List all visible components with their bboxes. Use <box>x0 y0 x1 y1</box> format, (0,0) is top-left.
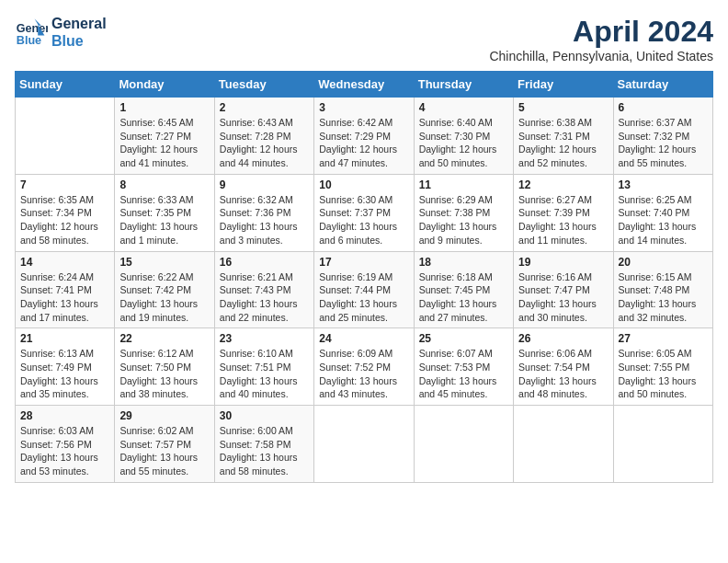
day-info: Sunrise: 6:19 AMSunset: 7:44 PMDaylight:… <box>319 270 408 325</box>
calendar-week-row: 21Sunrise: 6:13 AMSunset: 7:49 PMDayligh… <box>16 328 713 406</box>
title-block: April 2024 Chinchilla, Pennsylvania, Uni… <box>489 15 713 63</box>
calendar-cell: 18Sunrise: 6:18 AMSunset: 7:45 PMDayligh… <box>414 251 513 328</box>
day-number: 18 <box>419 256 508 269</box>
day-number: 16 <box>220 256 309 269</box>
page-header: General Blue General Blue April 2024 Chi… <box>15 15 713 63</box>
weekday-header-saturday: Saturday <box>613 72 712 98</box>
weekday-header-wednesday: Wednesday <box>314 72 414 98</box>
weekday-header-friday: Friday <box>514 72 613 98</box>
calendar-cell: 1Sunrise: 6:45 AMSunset: 7:27 PMDaylight… <box>115 98 214 175</box>
day-info: Sunrise: 6:15 AMSunset: 7:48 PMDaylight:… <box>619 270 708 325</box>
day-number: 20 <box>619 256 708 269</box>
day-info: Sunrise: 6:06 AMSunset: 7:54 PMDaylight:… <box>518 347 608 401</box>
day-number: 15 <box>119 256 209 269</box>
calendar-cell: 25Sunrise: 6:07 AMSunset: 7:53 PMDayligh… <box>414 328 513 406</box>
calendar-cell: 3Sunrise: 6:42 AMSunset: 7:29 PMDaylight… <box>314 98 414 175</box>
calendar-cell <box>314 406 414 483</box>
day-info: Sunrise: 6:16 AMSunset: 7:47 PMDaylight:… <box>518 270 608 325</box>
day-info: Sunrise: 6:10 AMSunset: 7:51 PMDaylight:… <box>220 347 309 401</box>
calendar-cell: 16Sunrise: 6:21 AMSunset: 7:43 PMDayligh… <box>214 251 313 328</box>
day-info: Sunrise: 6:13 AMSunset: 7:49 PMDaylight:… <box>20 347 109 401</box>
day-number: 3 <box>319 101 408 114</box>
calendar-cell <box>613 406 712 483</box>
calendar-cell: 14Sunrise: 6:24 AMSunset: 7:41 PMDayligh… <box>16 251 115 328</box>
day-info: Sunrise: 6:27 AMSunset: 7:39 PMDaylight:… <box>518 193 608 247</box>
day-info: Sunrise: 6:25 AMSunset: 7:40 PMDaylight:… <box>619 193 708 247</box>
day-info: Sunrise: 6:29 AMSunset: 7:38 PMDaylight:… <box>419 193 508 247</box>
day-number: 4 <box>419 101 508 114</box>
calendar-cell: 17Sunrise: 6:19 AMSunset: 7:44 PMDayligh… <box>314 251 414 328</box>
day-info: Sunrise: 6:22 AMSunset: 7:42 PMDaylight:… <box>119 270 209 325</box>
logo-icon: General Blue <box>15 16 48 49</box>
day-info: Sunrise: 6:38 AMSunset: 7:31 PMDaylight:… <box>518 116 608 170</box>
calendar-cell <box>414 406 513 483</box>
calendar-table: SundayMondayTuesdayWednesdayThursdayFrid… <box>15 71 713 483</box>
calendar-title: April 2024 <box>489 15 713 49</box>
day-info: Sunrise: 6:21 AMSunset: 7:43 PMDaylight:… <box>220 270 309 325</box>
day-number: 14 <box>20 256 109 269</box>
day-info: Sunrise: 6:30 AMSunset: 7:37 PMDaylight:… <box>319 193 408 247</box>
calendar-week-row: 1Sunrise: 6:45 AMSunset: 7:27 PMDaylight… <box>16 98 713 175</box>
weekday-header-row: SundayMondayTuesdayWednesdayThursdayFrid… <box>16 72 713 98</box>
day-info: Sunrise: 6:37 AMSunset: 7:32 PMDaylight:… <box>619 116 708 170</box>
day-number: 23 <box>220 332 309 345</box>
calendar-cell: 30Sunrise: 6:00 AMSunset: 7:58 PMDayligh… <box>214 406 313 483</box>
day-number: 9 <box>220 178 309 191</box>
calendar-cell <box>16 98 115 175</box>
logo-general: General <box>51 15 107 32</box>
day-info: Sunrise: 6:07 AMSunset: 7:53 PMDaylight:… <box>419 347 508 401</box>
day-number: 17 <box>319 256 408 269</box>
day-number: 21 <box>20 332 109 345</box>
day-number: 29 <box>119 409 209 422</box>
day-number: 30 <box>220 409 309 422</box>
calendar-cell: 22Sunrise: 6:12 AMSunset: 7:50 PMDayligh… <box>115 328 214 406</box>
day-number: 26 <box>518 332 608 345</box>
day-number: 11 <box>419 178 508 191</box>
calendar-cell: 6Sunrise: 6:37 AMSunset: 7:32 PMDaylight… <box>613 98 712 175</box>
day-info: Sunrise: 6:42 AMSunset: 7:29 PMDaylight:… <box>319 116 408 170</box>
calendar-cell: 27Sunrise: 6:05 AMSunset: 7:55 PMDayligh… <box>613 328 712 406</box>
day-info: Sunrise: 6:09 AMSunset: 7:52 PMDaylight:… <box>319 347 408 401</box>
day-number: 24 <box>319 332 408 345</box>
day-info: Sunrise: 6:18 AMSunset: 7:45 PMDaylight:… <box>419 270 508 325</box>
day-info: Sunrise: 6:40 AMSunset: 7:30 PMDaylight:… <box>419 116 508 170</box>
calendar-cell: 28Sunrise: 6:03 AMSunset: 7:56 PMDayligh… <box>16 406 115 483</box>
calendar-subtitle: Chinchilla, Pennsylvania, United States <box>489 49 713 63</box>
calendar-week-row: 7Sunrise: 6:35 AMSunset: 7:34 PMDaylight… <box>16 174 713 251</box>
day-info: Sunrise: 6:45 AMSunset: 7:27 PMDaylight:… <box>119 116 209 170</box>
calendar-cell: 8Sunrise: 6:33 AMSunset: 7:35 PMDaylight… <box>115 174 214 251</box>
calendar-cell: 2Sunrise: 6:43 AMSunset: 7:28 PMDaylight… <box>214 98 313 175</box>
calendar-cell: 24Sunrise: 6:09 AMSunset: 7:52 PMDayligh… <box>314 328 414 406</box>
calendar-cell: 20Sunrise: 6:15 AMSunset: 7:48 PMDayligh… <box>613 251 712 328</box>
calendar-cell: 23Sunrise: 6:10 AMSunset: 7:51 PMDayligh… <box>214 328 313 406</box>
weekday-header-sunday: Sunday <box>16 72 115 98</box>
calendar-cell: 5Sunrise: 6:38 AMSunset: 7:31 PMDaylight… <box>514 98 613 175</box>
day-number: 19 <box>518 256 608 269</box>
weekday-header-tuesday: Tuesday <box>214 72 313 98</box>
day-number: 25 <box>419 332 508 345</box>
day-number: 28 <box>20 409 109 422</box>
day-number: 1 <box>119 101 209 114</box>
day-info: Sunrise: 6:00 AMSunset: 7:58 PMDaylight:… <box>220 424 309 478</box>
day-info: Sunrise: 6:12 AMSunset: 7:50 PMDaylight:… <box>119 347 209 401</box>
day-number: 6 <box>619 101 708 114</box>
calendar-cell: 12Sunrise: 6:27 AMSunset: 7:39 PMDayligh… <box>514 174 613 251</box>
day-number: 2 <box>220 101 309 114</box>
calendar-cell: 11Sunrise: 6:29 AMSunset: 7:38 PMDayligh… <box>414 174 513 251</box>
day-number: 22 <box>119 332 209 345</box>
day-info: Sunrise: 6:02 AMSunset: 7:57 PMDaylight:… <box>119 424 209 478</box>
calendar-cell: 4Sunrise: 6:40 AMSunset: 7:30 PMDaylight… <box>414 98 513 175</box>
calendar-cell: 9Sunrise: 6:32 AMSunset: 7:36 PMDaylight… <box>214 174 313 251</box>
calendar-cell: 13Sunrise: 6:25 AMSunset: 7:40 PMDayligh… <box>613 174 712 251</box>
day-info: Sunrise: 6:43 AMSunset: 7:28 PMDaylight:… <box>220 116 309 170</box>
day-number: 13 <box>619 178 708 191</box>
calendar-cell <box>514 406 613 483</box>
weekday-header-thursday: Thursday <box>414 72 513 98</box>
calendar-cell: 26Sunrise: 6:06 AMSunset: 7:54 PMDayligh… <box>514 328 613 406</box>
calendar-cell: 21Sunrise: 6:13 AMSunset: 7:49 PMDayligh… <box>16 328 115 406</box>
day-info: Sunrise: 6:32 AMSunset: 7:36 PMDaylight:… <box>220 193 309 247</box>
day-info: Sunrise: 6:03 AMSunset: 7:56 PMDaylight:… <box>20 424 109 478</box>
day-info: Sunrise: 6:24 AMSunset: 7:41 PMDaylight:… <box>20 270 109 325</box>
day-number: 5 <box>518 101 608 114</box>
day-number: 27 <box>619 332 708 345</box>
